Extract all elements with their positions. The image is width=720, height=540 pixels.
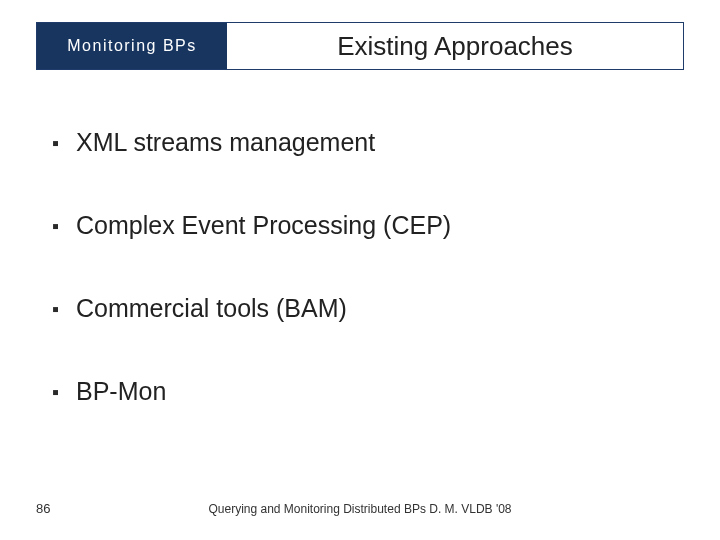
- list-item: ▪ Complex Event Processing (CEP): [52, 211, 668, 240]
- title-tab-text: Monitoring BPs: [67, 37, 197, 55]
- bullet-marker-icon: ▪: [52, 299, 62, 319]
- bullet-text: Commercial tools (BAM): [76, 294, 347, 323]
- slide: Monitoring BPs Existing Approaches ▪ XML…: [0, 0, 720, 540]
- bullet-marker-icon: ▪: [52, 133, 62, 153]
- bullet-list: ▪ XML streams management ▪ Complex Event…: [52, 128, 668, 460]
- bullet-text: BP-Mon: [76, 377, 166, 406]
- bullet-text: XML streams management: [76, 128, 375, 157]
- bullet-marker-icon: ▪: [52, 382, 62, 402]
- list-item: ▪ BP-Mon: [52, 377, 668, 406]
- title-main-text: Existing Approaches: [337, 31, 573, 62]
- title-main: Existing Approaches: [227, 23, 683, 69]
- title-tab: Monitoring BPs: [37, 23, 227, 69]
- title-bar: Monitoring BPs Existing Approaches: [36, 22, 684, 70]
- list-item: ▪ XML streams management: [52, 128, 668, 157]
- footer-text: Querying and Monitoring Distributed BPs …: [0, 502, 720, 516]
- list-item: ▪ Commercial tools (BAM): [52, 294, 668, 323]
- bullet-text: Complex Event Processing (CEP): [76, 211, 451, 240]
- bullet-marker-icon: ▪: [52, 216, 62, 236]
